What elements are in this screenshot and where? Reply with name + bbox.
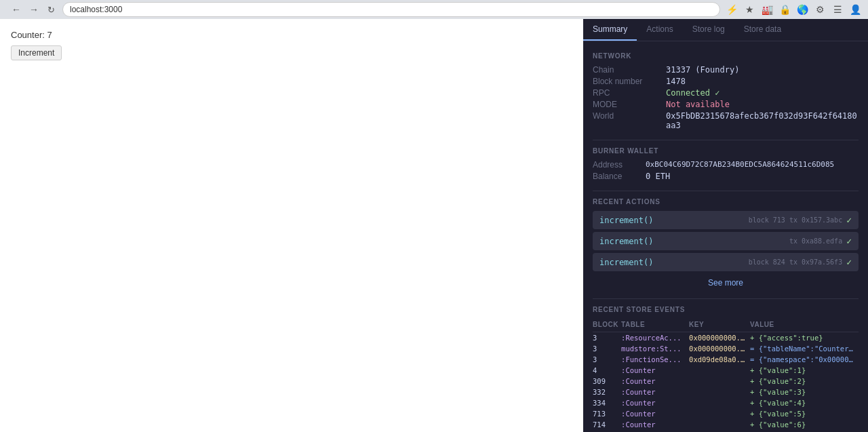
main-layout: Counter: 7 Increment Summary Actions Sto… [0, 19, 868, 432]
action-check-1: ✓ [846, 215, 852, 225]
event-table: :Counter [621, 408, 689, 419]
browser-nav-buttons: ← → ↻ [8, 2, 58, 17]
event-key: 0x000000000... [689, 332, 750, 344]
event-table: :Counter [621, 365, 689, 376]
col-header-table: TABLE [621, 319, 689, 332]
event-key: 0xd09de08a0... [689, 354, 750, 365]
event-block: 334 [593, 397, 621, 408]
forward-button[interactable]: → [26, 2, 42, 17]
col-header-value: VALUE [750, 319, 859, 332]
event-value: + {"value":6} [750, 419, 859, 430]
event-key [689, 408, 750, 419]
world-label: World [593, 111, 660, 130]
url-display: localhost:3000 [70, 5, 122, 14]
tab-actions[interactable]: Actions [637, 19, 682, 41]
event-value: + {"access":true} [750, 332, 859, 344]
col-header-key: KEY [689, 319, 750, 332]
event-value: + {"value":2} [750, 376, 859, 387]
action-item-3: increment() block 824 tx 0x97a.56f3 ✓ [593, 253, 859, 271]
event-table: :FunctionSe... [621, 354, 689, 365]
network-section-header: NETWORK [593, 52, 859, 60]
event-value: + {"value":5} [750, 408, 859, 419]
balance-value: 0 ETH [646, 172, 859, 181]
event-table: :Counter [621, 387, 689, 397]
table-row: 4:Counter+ {"value":1} [593, 365, 859, 376]
col-header-block: BLOCK [593, 319, 621, 332]
event-value: = {"namespace":"0x0000000000000000000000… [750, 354, 859, 365]
rpc-label: RPC [593, 88, 660, 98]
mode-value: Not available [666, 100, 859, 109]
event-block: 3 [593, 343, 621, 354]
table-row: 309:Counter+ {"value":2} [593, 376, 859, 387]
increment-button[interactable]: Increment [11, 45, 62, 60]
bookmark-icon[interactable]: ★ [742, 2, 757, 17]
address-label: Address [593, 160, 640, 170]
block-number-value: 1478 [666, 77, 859, 86]
left-panel: Counter: 7 Increment [0, 19, 583, 432]
address-value: 0xBC04C69D72C87AB234B0EDC5A864624511c6D0… [646, 160, 859, 170]
address-bar[interactable]: localhost:3000 [62, 2, 720, 17]
event-value: + {"value":1} [750, 365, 859, 376]
event-value: = {"tableName":"Counter","abiEncodedFi..… [750, 343, 859, 354]
divider-1 [593, 140, 859, 140]
event-value: + {"value":3} [750, 387, 859, 397]
table-row: 3:ResourceAc...0x000000000...+ {"access"… [593, 332, 859, 344]
event-block: 3 [593, 332, 621, 344]
tab-summary[interactable]: Summary [583, 19, 637, 41]
ext3-icon[interactable]: 🌎 [795, 2, 810, 17]
panel-content: NETWORK Chain 31337 (Foundry) Block numb… [583, 41, 868, 432]
block-number-label: Block number [593, 77, 660, 86]
table-row: 713:Counter+ {"value":5} [593, 408, 859, 419]
balance-label: Balance [593, 172, 640, 181]
event-table: :ResourceAc... [621, 332, 689, 344]
profile-icon[interactable]: 👤 [848, 2, 863, 17]
table-row: 714:Counter+ {"value":6} [593, 419, 859, 430]
burner-wallet-section-header: BURNER WALLET [593, 147, 859, 155]
browser-actions: ⚡ ★ 🏭 🔒 🌎 ⚙ ☰ 👤 [724, 2, 863, 17]
event-key [689, 365, 750, 376]
recent-store-events-header: RECENT STORE EVENTS [593, 306, 859, 313]
event-block: 4 [593, 365, 621, 376]
action-check-2: ✓ [846, 236, 852, 246]
action-meta-1: block 713 tx 0x157.3abc ✓ [749, 215, 852, 225]
table-row: 334:Counter+ {"value":4} [593, 397, 859, 408]
event-key [689, 397, 750, 408]
ext2-icon[interactable]: 🔒 [777, 2, 792, 17]
event-block: 713 [593, 408, 621, 419]
action-item-1: increment() block 713 tx 0x157.3abc ✓ [593, 211, 859, 229]
sidebar-toggle-icon[interactable]: ☰ [830, 2, 845, 17]
action-check-3: ✓ [846, 257, 852, 267]
event-key [689, 387, 750, 397]
action-fn-3: increment() [599, 258, 653, 267]
rpc-value: Connected ✓ [666, 88, 859, 98]
right-panel: Summary Actions Store log Store data NET… [583, 19, 868, 432]
ext1-icon[interactable]: 🏭 [760, 2, 774, 17]
action-meta-2: tx 0xa88.edfa ✓ [789, 236, 852, 246]
action-meta-3: block 824 tx 0x97a.56f3 ✓ [749, 257, 852, 267]
event-block: 309 [593, 376, 621, 387]
tab-store-data[interactable]: Store data [734, 19, 791, 41]
actions-see-more[interactable]: See more [593, 274, 859, 292]
browser-chrome: ← → ↻ localhost:3000 ⚡ ★ 🏭 🔒 🌎 ⚙ ☰ 👤 [0, 0, 868, 19]
events-table: BLOCK TABLE KEY VALUE 3:ResourceAc...0x0… [593, 319, 859, 432]
event-key [689, 419, 750, 430]
action-item-2: increment() tx 0xa88.edfa ✓ [593, 232, 859, 250]
event-table: :Counter [621, 397, 689, 408]
event-table: :Counter [621, 376, 689, 387]
table-row: 3mudstore:St...0x000000000...= {"tableNa… [593, 343, 859, 354]
tab-store-log[interactable]: Store log [683, 19, 734, 41]
counter-display: Counter: 7 [11, 30, 572, 40]
chain-value: 31337 (Foundry) [666, 65, 859, 75]
reload-button[interactable]: ↻ [43, 2, 58, 17]
back-button[interactable]: ← [8, 2, 24, 17]
event-table: mudstore:St... [621, 343, 689, 354]
extensions-icon[interactable]: ⚡ [724, 2, 739, 17]
event-table: :Counter [621, 419, 689, 430]
event-key: 0x000000000... [689, 343, 750, 354]
event-block: 714 [593, 419, 621, 430]
divider-3 [593, 298, 859, 299]
event-block: 3 [593, 354, 621, 365]
ext4-icon[interactable]: ⚙ [812, 2, 827, 17]
chain-label: Chain [593, 65, 660, 75]
event-key [689, 376, 750, 387]
